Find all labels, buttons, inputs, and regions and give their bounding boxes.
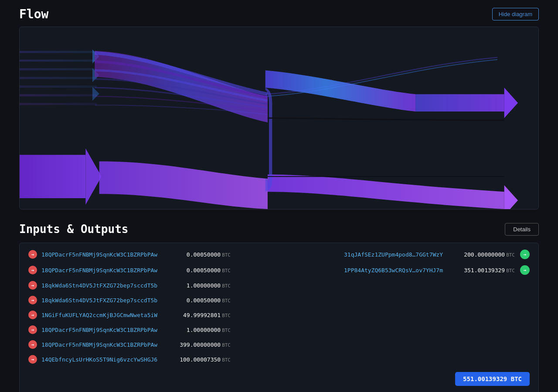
flow-title: Flow (19, 7, 48, 21)
table-row: 18qkWda6Stn4DV5JtFXZG72bep7sccdT5b 1.000… (20, 278, 538, 293)
output-arrow-icon (520, 265, 530, 275)
input-address[interactable]: 18qkWda6Stn4DV5JtFXZG72bep7sccdT5b (41, 297, 163, 304)
output-section: 31qJAfSEz1ZUPpm4pod8…7GGt7WzY 200.000000… (344, 250, 530, 259)
input-address[interactable]: 18QPDacrF5nFNBMj9SqnKcW3C1BZRPbPAw (41, 341, 163, 348)
input-arrow-icon (28, 355, 37, 364)
table-row: 18QPDacrF5nFNBMj9SqnKcW3C1BZRPbPAw 399.0… (20, 337, 538, 352)
input-arrow-icon (28, 266, 37, 274)
table-row: 14QEbfncyLsUrHKoS5T9Nig6vzcYwSHGJ6 100.0… (20, 352, 538, 367)
input-address[interactable]: 18QPDacrF5nFNBMj9SqnKcW3C1BZRPbPAw (41, 251, 163, 258)
input-amount: 0.00050000BTC (163, 267, 233, 274)
flow-diagram (19, 27, 539, 210)
hide-diagram-button[interactable]: Hide diagram (492, 8, 539, 20)
output-address[interactable]: 1PP84AtyZQ6B53wCRQsV…ov7YHJ7m (344, 267, 449, 274)
output-amount: 351.00139329BTC (454, 267, 515, 274)
input-amount: 1.00000000BTC (163, 327, 233, 333)
table-row: 18qkWda6Stn4DV5JtFXZG72bep7sccdT5b 0.000… (20, 293, 538, 308)
input-amount: 100.00007350BTC (163, 356, 233, 363)
io-section: Inputs & Outputs Details 18QPDacrF5nFNBM… (19, 223, 539, 392)
input-address[interactable]: 1NGiFfuKUFLYAQ2ccmKjBJGCmwNweta5iW (41, 312, 163, 318)
input-amount: 0.00050000BTC (163, 251, 233, 258)
input-arrow-icon (28, 325, 37, 334)
input-amount: 399.00000000BTC (163, 341, 233, 348)
input-amount: 49.99992801BTC (163, 312, 233, 318)
output-amount: 200.00000000BTC (454, 251, 515, 258)
input-amount: 1.00000000BTC (163, 282, 233, 289)
input-address[interactable]: 18QPDacrF5nFNBMj9SqnKcW3C1BZRPbPAw (41, 267, 163, 274)
output-arrow-icon (520, 250, 530, 259)
output-address[interactable]: 31qJAfSEz1ZUPpm4pod8…7GGt7WzY (344, 251, 449, 258)
input-amount: 0.00050000BTC (163, 297, 233, 304)
input-arrow-icon (28, 250, 37, 259)
io-title: Inputs & Outputs (19, 223, 128, 236)
total-badge: 551.00139329 BTC (455, 372, 530, 386)
input-arrow-icon (28, 296, 37, 304)
input-arrow-icon (28, 311, 37, 319)
total-row: 551.00139329 BTC (20, 367, 538, 388)
input-arrow-icon (28, 340, 37, 349)
details-button[interactable]: Details (505, 223, 539, 236)
table-row: 18QPDacrF5nFNBMj9SqnKcW3C1BZRPbPAw 1.000… (20, 322, 538, 337)
io-table: 18QPDacrF5nFNBMj9SqnKcW3C1BZRPbPAw 0.000… (19, 243, 539, 392)
table-row: 1NGiFfuKUFLYAQ2ccmKjBJGCmwNweta5iW 49.99… (20, 308, 538, 322)
input-arrow-icon (28, 281, 37, 290)
input-address[interactable]: 18qkWda6Stn4DV5JtFXZG72bep7sccdT5b (41, 282, 163, 289)
input-address[interactable]: 18QPDacrF5nFNBMj9SqnKcW3C1BZRPbPAw (41, 327, 163, 333)
table-row: 18QPDacrF5nFNBMj9SqnKcW3C1BZRPbPAw 0.000… (20, 247, 538, 262)
table-row: 18QPDacrF5nFNBMj9SqnKcW3C1BZRPbPAw 0.000… (20, 262, 538, 278)
output-section: 1PP84AtyZQ6B53wCRQsV…ov7YHJ7m 351.001393… (344, 265, 530, 275)
input-address[interactable]: 14QEbfncyLsUrHKoS5T9Nig6vzcYwSHGJ6 (41, 356, 163, 363)
